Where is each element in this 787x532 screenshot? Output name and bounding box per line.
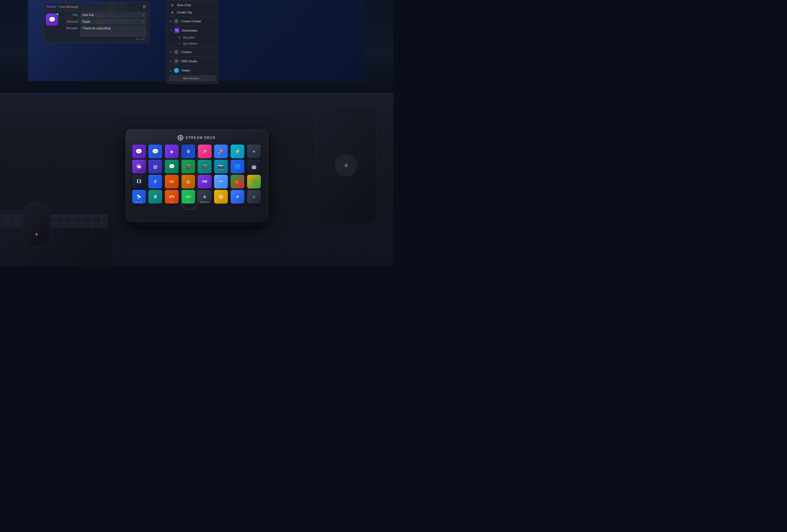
deck-logo-icon	[177, 135, 183, 140]
main-action-panel: Twitch: Chat Message 🗑 💬 Title: New Sub …	[43, 2, 150, 43]
headphones: ✦	[315, 107, 394, 246]
key-14[interactable]	[99, 214, 108, 220]
deck-brand: STREAM DECK	[132, 135, 262, 140]
twitter-label: Twitter	[181, 69, 190, 72]
key-3[interactable]	[0, 214, 4, 220]
streamlabs-label: Streamlabs	[182, 29, 197, 32]
custom-label: Custom	[181, 50, 192, 54]
mouse: ✦	[22, 202, 62, 258]
create-clip-item[interactable]: 🖥 Create Clip	[167, 9, 218, 16]
obs-header[interactable]: ▶ ⊙ OBS Studio	[167, 57, 218, 65]
obs-section: ▶ ⊙ OBS Studio	[167, 57, 218, 65]
deck-btn-3-7[interactable]: 🍎	[231, 175, 244, 189]
streamlabs-icon: SL	[174, 28, 179, 33]
deck-btn-2-2[interactable]: ▤	[148, 159, 162, 174]
spin-wheel-item[interactable]: ⊙ Spin Wheel	[167, 41, 218, 47]
key-11[interactable]	[71, 214, 80, 220]
action-icon[interactable]: 💬	[46, 14, 58, 26]
control-center-header[interactable]: ▶ ⊙ Control Center	[167, 17, 218, 25]
deck-btn-2-8[interactable]: 🤖	[247, 159, 261, 174]
deck-btn-1-8[interactable]: ≡	[247, 145, 261, 158]
deck-btn-3-1[interactable]: 🎞	[132, 175, 146, 189]
deck-btn-3-2[interactable]: #	[148, 175, 162, 189]
deck-btn-2-5[interactable]: 🎬	[198, 159, 212, 174]
deck-btn-4-8[interactable]: ☼	[247, 190, 261, 204]
key-12[interactable]	[80, 214, 89, 220]
key-18[interactable]	[4, 221, 13, 227]
title-input[interactable]: New Sub T	[81, 12, 146, 18]
deck-btn-4-2[interactable]: 🖥	[148, 190, 162, 204]
slow-chat-icon: 🖥	[170, 3, 174, 7]
title-badge: T	[143, 14, 144, 17]
deck-btn-1-2[interactable]: 💬	[148, 145, 162, 158]
key-10[interactable]	[61, 214, 70, 220]
create-clip-icon: 🖥	[170, 10, 174, 15]
deck-btn-4-3-label: SFX	[165, 201, 178, 203]
skip-alert-icon: 🖥	[177, 36, 181, 39]
account-label: Account:	[64, 20, 78, 23]
twitch-badge: Twitch:	[46, 5, 57, 8]
verified-indicator	[56, 13, 59, 16]
key-27[interactable]	[89, 221, 98, 227]
streamlabs-header[interactable]: ▼ SL Streamlabs	[167, 26, 218, 35]
chevron-right-icon-3: ▶	[170, 60, 172, 63]
deck-btn-4-1[interactable]: 📡 Pin Live!	[132, 190, 146, 204]
chevron-down-icon: ▼	[142, 20, 144, 23]
deck-btn-1-1[interactable]: 💬	[132, 145, 146, 158]
cable	[181, 154, 198, 210]
custom-header[interactable]: ▶ C Custom	[167, 48, 218, 56]
twitter-icon: 🐦	[174, 68, 179, 73]
deck-btn-1-7[interactable]: ⚡	[231, 145, 244, 158]
deck-btn-2-1[interactable]: 🌦	[132, 159, 146, 174]
spin-wheel-icon: ⊙	[177, 42, 181, 46]
char-count: 18 / 500	[64, 38, 146, 41]
deck-stand	[131, 221, 262, 230]
deck-btn-3-6[interactable]: 〜	[214, 175, 228, 189]
key-28[interactable]	[99, 221, 108, 227]
skip-alert-item[interactable]: 🖥 Skip Alert	[167, 35, 218, 41]
deck-btn-3-5[interactable]: VM	[198, 175, 212, 189]
deck-btn-1-5[interactable]: ↗	[198, 145, 212, 158]
deck-btn-3-3[interactable]: FX	[165, 175, 179, 189]
key-17[interactable]	[0, 221, 4, 227]
key-5[interactable]	[14, 214, 23, 220]
deck-btn-1-6[interactable]: 🚀	[214, 145, 228, 158]
key-25[interactable]	[71, 221, 80, 227]
deck-btn-4-5[interactable]: ⊕ Multi Action	[198, 190, 212, 204]
key-19[interactable]	[14, 221, 23, 227]
create-clip-label: Create Clip	[177, 10, 192, 14]
mouse-logo: ✦	[34, 231, 39, 238]
custom-section-icon: C	[174, 49, 179, 54]
chat-icon: 💬	[49, 16, 56, 23]
deck-btn-4-6[interactable]: ⏻	[214, 190, 228, 204]
key-4[interactable]	[4, 214, 13, 220]
obs-icon: ⊙	[174, 59, 179, 64]
slow-chat-item[interactable]: 🖥 Slow Chat	[167, 1, 218, 9]
twitter-header[interactable]: ▶ 🐦 Twitter	[167, 66, 218, 74]
account-select[interactable]: Elgato ▼	[81, 19, 146, 24]
more-actions-button[interactable]: More Actions...	[169, 75, 216, 81]
message-textarea[interactable]: Thanks for subscribing	[81, 26, 146, 36]
deck-btn-4-3[interactable]: SFX SFX	[165, 190, 179, 204]
spin-wheel-label: Spin Wheel	[183, 42, 197, 45]
key-26[interactable]	[80, 221, 89, 227]
control-center-label: Control Center	[181, 20, 201, 23]
deck-btn-2-7[interactable]: 🌐	[231, 159, 244, 174]
key-24[interactable]	[61, 221, 70, 227]
deck-btn-4-7[interactable]: ☀	[231, 190, 244, 204]
deck-btn-4-5-label: Multi Action	[198, 201, 211, 203]
action-type-label: Chat Message	[59, 5, 79, 8]
deck-btn-3-8[interactable]: 🌿	[247, 175, 261, 189]
delete-icon[interactable]: 🗑	[142, 4, 147, 9]
sd-software-ui: 📱 ⊞ FX ◎ V 〜 📍 🍃 💬 → SFX 12% ⊕ ⏻ ☀ ☼ Twi…	[43, 0, 217, 75]
panel-header-left: Twitch: Chat Message	[46, 5, 79, 8]
key-13[interactable]	[89, 214, 98, 220]
deck-btn-2-6[interactable]: 📷	[214, 159, 228, 174]
chevron-right-icon-2: ▶	[170, 51, 172, 53]
desk-surface: STREAM DECK 💬 💬 ◈ 🖥 ↗ 🚀 ⚡ ≡ 🌦 ▤ 💬 🎬 🎬	[0, 93, 394, 266]
obs-label: OBS Studio	[181, 60, 197, 63]
deck-btn-2-3[interactable]: 💬	[165, 159, 179, 174]
slow-chat-label: Slow Chat	[177, 3, 191, 7]
skip-alert-label: Skip Alert	[183, 36, 195, 39]
deck-btn-1-3[interactable]: ◈	[165, 145, 179, 158]
